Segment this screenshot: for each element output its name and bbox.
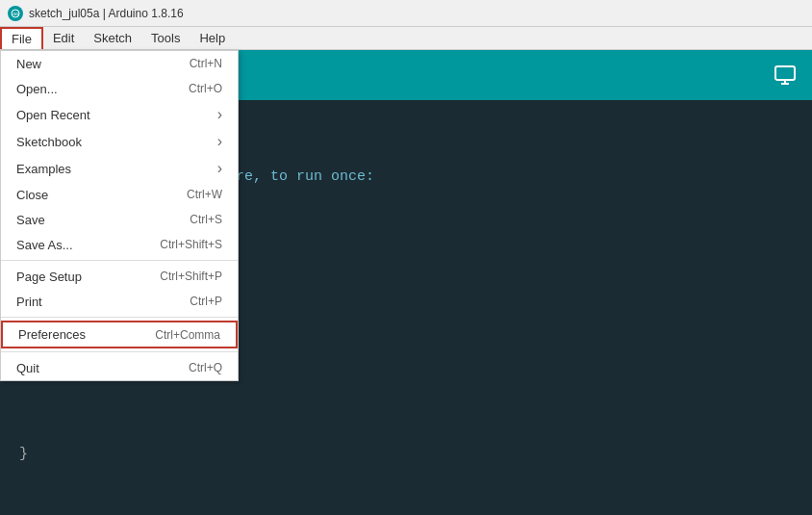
file-dropdown-menu: New Ctrl+N Open... Ctrl+O Open Recent Sk… xyxy=(0,50,239,381)
menu-open-recent[interactable]: Open Recent xyxy=(1,101,238,128)
menu-page-setup[interactable]: Page Setup Ctrl+Shift+P xyxy=(1,264,238,289)
menu-quit-label: Quit xyxy=(16,361,39,375)
separator-3 xyxy=(1,351,238,352)
menu-bar: File Edit Sketch Tools Help New Ctrl+N O… xyxy=(0,27,812,50)
menu-new-shortcut: Ctrl+N xyxy=(190,57,222,70)
menu-examples-label: Examples xyxy=(16,162,71,176)
menu-file[interactable]: File xyxy=(0,27,43,49)
title-bar: ∞ sketch_jul05a | Arduino 1.8.16 xyxy=(0,0,812,27)
menu-sketch[interactable]: Sketch xyxy=(84,27,141,49)
menu-close[interactable]: Close Ctrl+W xyxy=(1,182,238,207)
menu-preferences-label: Preferences xyxy=(18,327,86,342)
menu-examples[interactable]: Examples xyxy=(1,155,238,182)
menu-page-setup-shortcut: Ctrl+Shift+P xyxy=(160,270,222,283)
window-title: sketch_jul05a | Arduino 1.8.16 xyxy=(29,7,184,20)
menu-sketchbook-label: Sketchbook xyxy=(16,135,82,149)
menu-help[interactable]: Help xyxy=(190,27,235,49)
menu-quit-shortcut: Ctrl+Q xyxy=(189,361,222,374)
svg-text:∞: ∞ xyxy=(13,10,18,18)
menu-print[interactable]: Print Ctrl+P xyxy=(1,289,238,314)
menu-open-label: Open... xyxy=(16,82,58,96)
menu-new[interactable]: New Ctrl+N xyxy=(1,51,238,76)
menu-quit[interactable]: Quit Ctrl+Q xyxy=(1,355,238,380)
menu-save-label: Save xyxy=(16,213,45,227)
editor-line-5: } xyxy=(19,443,793,466)
menu-preferences[interactable]: Preferences Ctrl+Comma xyxy=(1,321,238,348)
menu-edit[interactable]: Edit xyxy=(43,27,84,49)
app-icon: ∞ xyxy=(8,6,23,21)
menu-close-label: Close xyxy=(16,188,48,202)
menu-print-label: Print xyxy=(16,295,42,309)
menu-tools[interactable]: Tools xyxy=(141,27,190,49)
svg-rect-6 xyxy=(775,66,795,80)
menu-open-shortcut: Ctrl+O xyxy=(189,82,222,95)
menu-page-setup-label: Page Setup xyxy=(16,270,82,284)
menu-sketchbook[interactable]: Sketchbook xyxy=(1,128,238,155)
separator-2 xyxy=(1,317,238,318)
menu-print-shortcut: Ctrl+P xyxy=(190,295,222,308)
menu-save-as-label: Save As... xyxy=(16,238,73,252)
serial-monitor-button[interactable] xyxy=(766,56,804,94)
menu-open-recent-label: Open Recent xyxy=(16,108,90,122)
menu-save-as[interactable]: Save As... Ctrl+Shift+S xyxy=(1,232,238,257)
menu-close-shortcut: Ctrl+W xyxy=(187,188,222,201)
menu-open[interactable]: Open... Ctrl+O xyxy=(1,76,238,101)
separator-1 xyxy=(1,260,238,261)
menu-save-as-shortcut: Ctrl+Shift+S xyxy=(160,238,222,251)
menu-preferences-shortcut: Ctrl+Comma xyxy=(155,328,220,342)
menu-new-label: New xyxy=(16,57,41,71)
menu-save[interactable]: Save Ctrl+S xyxy=(1,207,238,232)
menu-save-shortcut: Ctrl+S xyxy=(190,213,222,226)
